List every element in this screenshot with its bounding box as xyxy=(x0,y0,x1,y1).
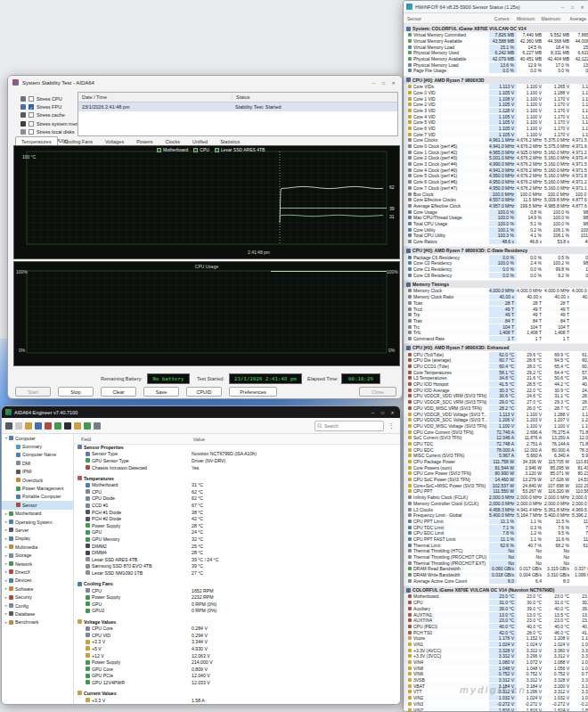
clock-icon[interactable] xyxy=(74,422,81,430)
sensor-group-header[interactable]: CPU [#0]: AMD Ryzen 7 9800X3D: Enhanced xyxy=(404,343,588,351)
sensor-group-row[interactable]: Temperatures xyxy=(74,475,400,482)
clear-button[interactable]: Clear xyxy=(101,387,136,397)
sidebar-item-power-management[interactable]: Power Management xyxy=(2,484,73,492)
stress-checkbox[interactable] xyxy=(29,129,34,135)
minimize-icon[interactable]: ─ xyxy=(559,4,567,11)
sensor-item-row[interactable]: Lexar SSD NM1090 1TB27 °C xyxy=(74,569,400,577)
col-minimum[interactable]: Minimum xyxy=(511,16,537,21)
sensor-row[interactable]: L3 Clocks4,458.3 MHz4,941.4 MHz5,361.8 M… xyxy=(404,506,588,512)
chart-icon[interactable] xyxy=(54,422,61,430)
sidebar-item-computer-name[interactable]: Computer Name xyxy=(2,451,73,459)
refresh-icon[interactable] xyxy=(5,422,12,430)
sensor-row[interactable]: CPU IOD Hotspot41.5 °C28.5 °C44.2 °C40.1… xyxy=(404,381,588,388)
sensor-row[interactable]: CPU IOD Average30.3 °C22.0 °C30.9 °C24.8… xyxy=(404,387,588,393)
sensor-row[interactable]: Core 1 VID1.108 V1.100 V1.170 V1.117 V xyxy=(404,95,588,102)
sensor-row[interactable]: Vcore1.176 V1.152 V1.208 V1.169 V xyxy=(404,635,588,642)
sensor-item-row[interactable]: GPU0 RPM (0%) xyxy=(74,601,400,608)
sensor-row[interactable]: CPU CCD1 (Tdie)60.4 °C28.0 °C65.4 °C60.3… xyxy=(404,364,588,370)
favorites-icon[interactable] xyxy=(45,422,52,430)
sensor-row[interactable]: Tras84 T84 T84 T xyxy=(404,318,588,324)
sensor-row[interactable]: Virtual Memory Available43,588 MB42,360 … xyxy=(404,38,588,45)
sensor-row[interactable]: +3.3V (AVCC)3.328 V3.312 V3.360 V3.334 V xyxy=(404,647,588,653)
legend-checkbox[interactable] xyxy=(157,148,161,152)
sensor-item-row[interactable]: CCD #167 °C xyxy=(74,502,400,509)
sensor-item-row[interactable]: Power Supply28 °C xyxy=(74,522,400,529)
sensor-row[interactable]: Bus Clock100.0 MHz100.0 MHz100.0 MHz100.… xyxy=(404,191,588,197)
sensor-item-row[interactable]: DIMM225 °C xyxy=(74,543,400,550)
report-icon[interactable] xyxy=(15,422,22,430)
sidebar-item-directx[interactable]: ▸DirectX xyxy=(2,568,73,576)
sensor-item-row[interactable]: Power Supply214.000 V xyxy=(74,659,400,666)
sensor-row[interactable]: CPU VDD_MISC Voltage (SVI3 TFN)1.100 V1.… xyxy=(404,423,588,430)
sensor-group-header[interactable]: CPU [#0]: AMD Ryzen 7 9800X3D xyxy=(404,76,588,84)
sensor-row[interactable]: Core 6 Clock (perf #6)4,950.0 MHz4,676.2… xyxy=(404,179,588,185)
sensor-item-row[interactable]: GPU20 RPM (0%) xyxy=(74,608,400,615)
close-icon[interactable]: ✕ xyxy=(389,79,397,86)
sensor-row[interactable]: 3VSB3.312 V3.312 V3.328 V3.312 V xyxy=(404,677,588,683)
table-row[interactable]: 23/1/2026 2:41:48 pmStability Test: Star… xyxy=(78,102,397,111)
sensor-row[interactable]: Core 4 Clock (perf #0)4,941.0 MHz4,676.2… xyxy=(404,167,588,173)
sensor-row[interactable]: Thermal Throttling (PROCHOT CPU)NoNoNo0 … xyxy=(404,554,588,561)
legend-item[interactable]: Motherboard xyxy=(157,147,188,152)
sensor-row[interactable]: Core Temperatures58.1 °C29.2 °C64.4 °C57… xyxy=(404,369,588,375)
sensor-row[interactable]: SoC Current (SVI3 TFN)12.046 A11.876 A13… xyxy=(404,435,588,441)
log-col-datetime[interactable]: Date / Time xyxy=(78,94,233,100)
maximize-icon[interactable]: □ xyxy=(379,409,387,416)
sidebar-item-storage[interactable]: ▸Storage xyxy=(2,551,73,559)
sensor-item-row[interactable]: CPU Core0.284 V xyxy=(74,625,400,632)
sensor-row[interactable]: Total CPU Usage100.0 %5.1 %100.0 %98.3 % xyxy=(404,221,588,227)
sensor-row[interactable]: CPU Core Power (SVI3 TFN)80.990 W3.120 W… xyxy=(404,471,588,477)
sensor-row[interactable]: Core VIDs1.113 V1.100 V1.265 V1.117 V xyxy=(404,84,588,90)
sensor-row[interactable]: CPU Core Current (SVI3 TFN)72.749 A2.696… xyxy=(404,429,588,435)
sensor-item-row[interactable]: PCH #2 Diode42 °C xyxy=(74,515,400,522)
sensor-row[interactable]: L3 Temperatures34.8 °C21.6 °C50.6 °C34.7… xyxy=(404,375,588,381)
sidebar-item-summary[interactable]: Summary xyxy=(2,442,73,450)
sensor-item-row[interactable]: GPU Memory32 °C xyxy=(74,536,400,543)
sensor-row[interactable]: Core+SoC+MISC Power (SVI3 TFN)102.537 W2… xyxy=(404,482,588,488)
sensor-row[interactable]: Memory Clock4,000.0 MHz4,000.0 MHz4,000.… xyxy=(404,288,588,294)
sensor-row[interactable]: Core 0 VID1.105 V1.100 V1.288 V1.117 V xyxy=(404,90,588,96)
sensor-row[interactable]: CPU VDDCR_SOC Voltage (SVI3 T...1.206 V1… xyxy=(404,417,588,423)
sensor-row[interactable]: CPU VDDCR_VDD Voltage (SVI3 T...1.113 V1… xyxy=(404,411,588,417)
sensor-row[interactable]: DRAM Write Bandwidth0.018 GB/s0.004 GB/s… xyxy=(404,572,588,578)
sensor-row[interactable]: Physical Memory Used6,242 MB6,227 MB8,31… xyxy=(404,50,588,56)
sensor-group-row[interactable]: Current Values xyxy=(74,690,400,697)
sensor-item-row[interactable]: CPU VID0.294 V xyxy=(74,632,400,639)
sensor-row[interactable]: CPU (PECI)40.0 °C40.0 °C40.0 °C40.0 °C xyxy=(404,624,588,630)
sidebar-item-dmi[interactable]: DMI xyxy=(2,459,73,467)
sensor-row[interactable]: Core 1 Clock (perf #2)4,965.0 MHz4,925.0… xyxy=(404,149,588,155)
col-average[interactable]: Average xyxy=(563,16,588,21)
sensor-row[interactable]: Core C1 Residency0.0 %0.0 %99.8 %1.5 % xyxy=(404,266,588,273)
sidebar-item-display[interactable]: ▸Display xyxy=(2,535,73,543)
sensor-row[interactable]: VIN41.080 V1.072 V1.088 V1.077 V xyxy=(404,659,588,666)
sensor-item-row[interactable]: CPU1652 RPM xyxy=(74,587,400,594)
sensor-group-header[interactable]: CPU [#0]: AMD Ryzen 7 9800X3D: C-State R… xyxy=(404,246,588,254)
sensor-row[interactable]: Auxiliary39.0 °C39.0 °C40.0 °C39.0 °C xyxy=(404,606,588,612)
sensor-row[interactable]: Average Active Core Count8.06.48.07.8 xyxy=(404,577,588,584)
sensor-row[interactable]: Core C6 Residency0.0 %0.0 %9.2 %0.0 % xyxy=(404,272,588,278)
sensor-row[interactable]: VIN11.024 V1.024 V1.024 V1.024 V xyxy=(404,642,588,648)
sidebar-item-ipmi[interactable]: IPMI xyxy=(2,468,73,476)
sensor-group-header[interactable]: Memory Timings xyxy=(404,280,588,288)
sensor-row[interactable]: Package C6 Residency0.0 %0.0 %0.5 %0.0 % xyxy=(404,254,588,260)
sensor-item-row[interactable]: +12 V12.063 V xyxy=(74,652,400,659)
minimize-icon[interactable]: ─ xyxy=(369,409,377,416)
search-box[interactable] xyxy=(314,421,384,431)
sidebar-item-software[interactable]: ▸Software xyxy=(2,585,73,593)
sensor-row[interactable]: Core Powers (sum)81.544 W2.946 W85.095 W… xyxy=(404,464,588,471)
maximize-icon[interactable]: □ xyxy=(380,79,388,86)
sensor-row[interactable]: AUXTIN113.0 °C13.0 °C13.5 °C13.0 °C xyxy=(404,611,588,618)
sensor-item-row[interactable]: GPU PCIe12.040 V xyxy=(74,673,400,680)
sensor-row[interactable]: VIN71.816 V1.816 V1.824 V1.818 V xyxy=(404,707,588,711)
sensor-row[interactable]: Thermal Throttling (PROCHOT EXT)NoNoNo0 … xyxy=(404,560,588,566)
sensor-row[interactable]: CPU PPT Limit11.1 %1.1 %11.5 %11.1 % xyxy=(404,519,588,525)
sensor-row[interactable]: CPU EDC78.000 A12.000 A80.000 A78.349 A xyxy=(404,446,588,453)
sensor-row[interactable]: Total CPU Utility100.3 %4.1 %106.1 %101.… xyxy=(404,233,588,239)
overflow-menu-icon[interactable]: ⋮ xyxy=(388,422,395,430)
sensor-row[interactable]: Thermal Limit62.6 %40.7 %68.2 %61.6 % xyxy=(404,542,588,548)
sensor-row[interactable]: Command Rate1 T1 T1 T xyxy=(404,336,588,342)
col-maximum[interactable]: Maximum xyxy=(537,16,563,21)
sensor-row[interactable]: VIN3-0.272 V-0.272 V-0.272 V-0.272 V xyxy=(404,701,588,708)
sensor-row[interactable]: Core Usage100.0 %0.8 %100.0 %98.3 % xyxy=(404,209,588,215)
sensor-row[interactable]: Core 2 VID1.105 V1.100 V1.170 V1.117 V xyxy=(404,102,588,108)
